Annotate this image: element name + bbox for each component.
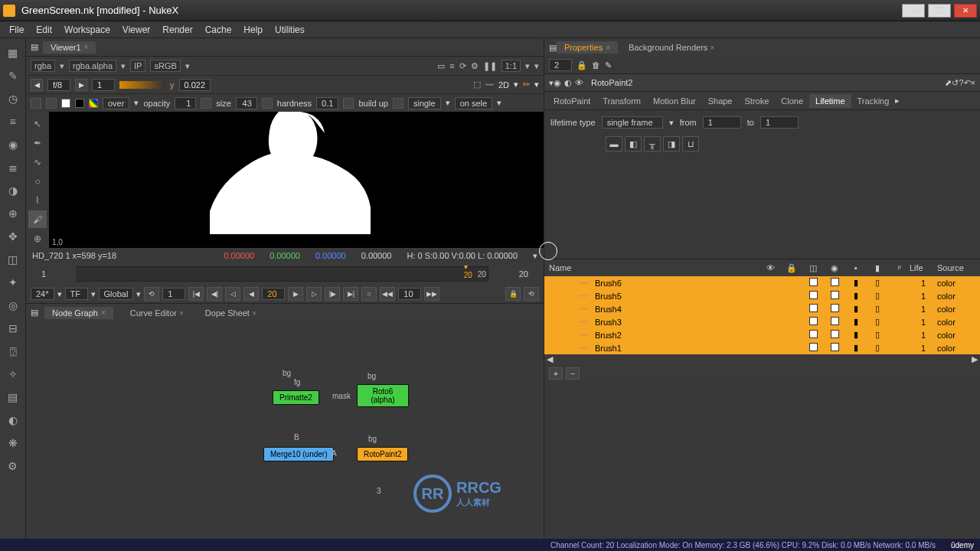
cara-tool-icon[interactable]: ❋ <box>2 432 24 454</box>
prev-key-button[interactable]: ◀| <box>207 287 222 301</box>
blend-cell[interactable]: ▮ <box>845 330 867 340</box>
buildup-icon[interactable] <box>393 98 403 109</box>
node-graph-canvas[interactable]: bg fg bg Primatte2 mask Roto6(alpha) B b… <box>26 321 544 551</box>
node-rotopaint[interactable]: RotoPaint2 <box>357 447 408 461</box>
brush-tool-icon[interactable]: 🖌 <box>28 210 47 228</box>
zoom-select[interactable]: 1:1 <box>501 60 521 72</box>
ptab-lifetime[interactable]: Lifetime <box>809 94 851 108</box>
invert-cell[interactable]: ▯ <box>867 304 888 314</box>
zoom-tool-icon[interactable]: ⊕ <box>28 230 47 247</box>
link-icon[interactable]: ⟲ <box>524 287 539 301</box>
last-frame-button[interactable]: ▶| <box>343 287 358 301</box>
play-fwd-button[interactable]: ▶ <box>288 287 303 301</box>
close-node-icon[interactable]: × <box>971 78 975 87</box>
metadata-tool-icon[interactable]: ⍰ <box>2 341 24 362</box>
blend-mode-select[interactable]: over <box>103 97 129 109</box>
pane-menu-icon-3[interactable]: ▤ <box>549 43 557 53</box>
lifetime-range-button[interactable]: ⊔ <box>682 136 699 152</box>
j-button[interactable]: ◀◀ <box>380 287 395 301</box>
curve-icon[interactable]: 〰 <box>485 80 494 90</box>
invert-cell[interactable]: ▯ <box>867 343 888 353</box>
hardness-field[interactable]: 0.1 <box>316 97 338 109</box>
colorspace-select[interactable]: sRGB <box>150 60 180 72</box>
prev-channel-button[interactable]: ◀ <box>31 79 43 91</box>
col-invert-icon[interactable]: ▮ <box>867 263 888 273</box>
particles-tool-icon[interactable]: ✦ <box>2 272 24 293</box>
add-stroke-button[interactable]: + <box>549 367 563 380</box>
col-lock-icon[interactable]: 🔒 <box>781 263 802 273</box>
size-field[interactable]: 43 <box>236 97 257 109</box>
color-wheel-icon[interactable] <box>89 99 98 108</box>
node-color-icon[interactable]: ◐ <box>564 78 572 88</box>
fstop-field[interactable]: f/8 <box>47 79 70 91</box>
ip-button[interactable]: IP <box>130 60 145 72</box>
2d-select[interactable]: 2D <box>498 80 509 90</box>
ptab-rotopaint[interactable]: RotoPaint <box>547 94 596 108</box>
fps-field[interactable]: 24* <box>31 288 54 300</box>
table-row[interactable]: 〰 Brush4 ▮ ▯ 1 color <box>544 302 980 315</box>
menu-file[interactable]: File <box>3 24 30 35</box>
bezier-tool-icon[interactable]: ✒ <box>28 135 47 152</box>
blend-cell[interactable]: ▮ <box>845 291 867 301</box>
picker-icon[interactable] <box>31 98 41 109</box>
lifetime-single-button[interactable]: ╥ <box>644 136 661 152</box>
menu-render[interactable]: Render <box>156 24 198 35</box>
revert-icon[interactable]: ↺ <box>952 78 959 88</box>
lock-props-icon[interactable]: 🔒 <box>577 60 587 70</box>
color-tool-icon[interactable]: ◉ <box>2 134 24 155</box>
gear-viewer-icon[interactable]: ⚙ <box>471 61 479 71</box>
col-color-icon[interactable]: ◉ <box>824 263 845 273</box>
blend-cell[interactable]: ▮ <box>845 278 867 288</box>
col-motion-icon[interactable]: 〃 <box>888 262 910 274</box>
keyer-tool-icon[interactable]: ◑ <box>2 180 24 201</box>
pause-icon[interactable]: ❚❚ <box>483 61 497 71</box>
node-help-icon[interactable]: ◉ <box>554 78 561 88</box>
node-hide-icon[interactable]: 👁 <box>575 78 583 88</box>
overlay-checkbox[interactable] <box>809 278 818 286</box>
gain-field[interactable]: 1 <box>92 79 115 91</box>
draw-tool-icon[interactable]: ✎ <box>2 65 24 86</box>
invert-cell[interactable]: ▯ <box>867 330 888 340</box>
close-icon[interactable]: × <box>606 44 610 52</box>
overlay-checkbox[interactable] <box>809 330 818 338</box>
undo-icon[interactable]: ↶ <box>964 78 971 88</box>
menu-help[interactable]: Help <box>237 24 269 35</box>
lifetime-all-button[interactable]: ▬ <box>606 136 622 152</box>
first-frame-button[interactable]: |◀ <box>188 287 204 301</box>
close-button[interactable]: ✕ <box>954 4 977 18</box>
deep-tool-icon[interactable]: ◎ <box>2 295 24 316</box>
lifetime-end-button[interactable]: ◨ <box>663 136 680 152</box>
sync-icon[interactable]: ⟲ <box>144 287 159 301</box>
tab-properties[interactable]: Properties× <box>557 41 618 54</box>
node-roto6[interactable]: Roto6(alpha) <box>357 384 409 407</box>
toolsets-icon[interactable]: ✧ <box>2 364 24 385</box>
center-node-icon[interactable]: ⬈ <box>945 78 952 88</box>
lifetime-start-button[interactable]: ◧ <box>625 136 642 152</box>
col-vis-icon[interactable]: 👁 <box>760 263 781 272</box>
other-tool-icon[interactable]: ▤ <box>2 386 24 408</box>
menu-viewer[interactable]: Viewer <box>116 24 156 35</box>
play-back-button[interactable]: ◀ <box>243 287 259 301</box>
blend-cell[interactable]: ▮ <box>845 304 867 314</box>
viewer-tab[interactable]: Viewer1 × <box>43 41 96 54</box>
node-merge[interactable]: Merge10 (under) <box>263 447 334 461</box>
menu-utilities[interactable]: Utilities <box>269 24 311 35</box>
invert-cell[interactable]: ▯ <box>867 278 888 288</box>
viewer-canvas[interactable]: 1,0 <box>49 112 544 248</box>
remove-stroke-button[interactable]: − <box>566 367 580 380</box>
tab-dope-sheet[interactable]: Dope Sheet × <box>198 307 264 319</box>
ptab-stroke[interactable]: Stroke <box>738 94 775 108</box>
time-tool-icon[interactable]: ◷ <box>2 88 24 109</box>
gain-slider[interactable] <box>119 81 165 89</box>
table-row[interactable]: 〰 Brush5 ▮ ▯ 1 color <box>544 289 980 302</box>
pane-menu-icon-2[interactable]: ▤ <box>31 308 38 318</box>
current-frame[interactable]: 20 <box>262 288 285 300</box>
col-blend-icon[interactable]: ▪ <box>845 263 867 272</box>
roi-icon[interactable]: ⬚ <box>473 80 481 90</box>
edit-props-icon[interactable]: ✎ <box>605 60 612 70</box>
brush-type-select[interactable]: single <box>408 97 441 109</box>
table-row[interactable]: 〰 Brush2 ▮ ▯ 1 color <box>544 328 980 341</box>
blend-cell[interactable]: ▮ <box>845 317 867 327</box>
timeline[interactable]: 1 ▾20 20 20 <box>26 263 544 285</box>
overlay-checkbox[interactable] <box>809 343 818 351</box>
